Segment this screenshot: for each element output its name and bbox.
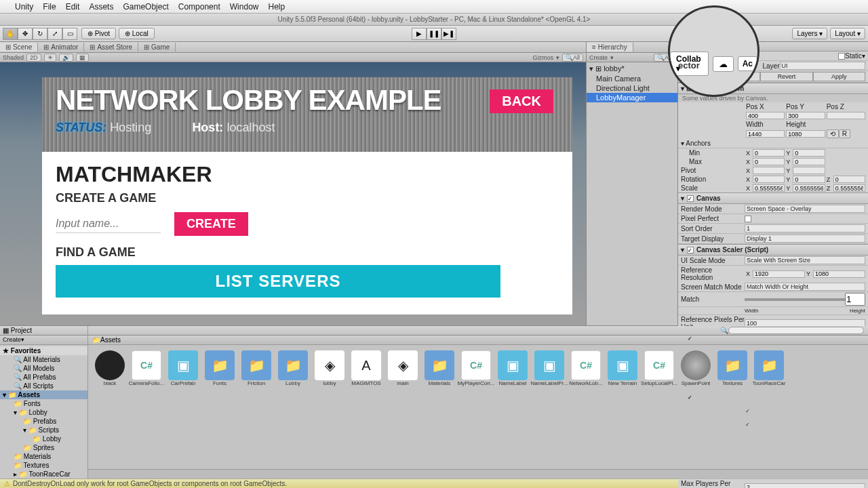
tab-project[interactable]: ▦ Project <box>3 327 32 334</box>
asset-item[interactable]: ▣CarPrefab <box>167 350 199 386</box>
prefab-apply[interactable]: Apply <box>813 72 865 81</box>
layer-dropdown[interactable]: UI <box>780 62 866 70</box>
menu-window[interactable]: Window <box>230 2 259 12</box>
screen-match-dropdown[interactable]: Match Width Or Height <box>745 283 865 291</box>
light-toggle[interactable]: ☀ <box>44 54 56 62</box>
rotate-tool[interactable]: ↻ <box>33 28 47 40</box>
asset-item[interactable]: 📁Fonts <box>203 350 236 386</box>
menu-help[interactable]: Help <box>268 2 285 12</box>
list-servers-button[interactable]: LIST SERVERS <box>56 265 500 298</box>
sort-order-field[interactable]: 1 <box>745 224 865 232</box>
asset-item[interactable]: ▣New Terrain <box>606 350 639 386</box>
scene-view[interactable]: NETWORK LOBBY EXAMPLE BACK STATUS: Hosti… <box>0 62 586 325</box>
game-name-input[interactable] <box>56 215 161 233</box>
step-button[interactable]: ▶❚ <box>441 28 456 40</box>
width-field[interactable] <box>746 130 785 138</box>
play-button[interactable]: ▶ <box>412 28 427 40</box>
breadcrumb[interactable]: 📁 Assets <box>88 336 868 345</box>
local-toggle[interactable]: ⊕ Local <box>119 28 155 39</box>
tab-asset-store[interactable]: ⊞ Asset Store <box>84 43 138 52</box>
asset-item[interactable]: C#SetupLocalPl... <box>643 350 675 386</box>
tree-item[interactable]: 📁 Materials <box>0 452 87 461</box>
tab-animator[interactable]: ⊞ Animator <box>38 43 84 52</box>
pixel-perfect-checkbox[interactable] <box>745 216 751 222</box>
asset-item[interactable]: 📁Materials <box>423 350 456 386</box>
asset-item[interactable]: 📁ToonRaceCar <box>753 350 785 386</box>
tab-hierarchy[interactable]: ≡ Hierarchy <box>587 43 633 52</box>
tree-fav-item[interactable]: 🔍 All Models <box>0 364 87 373</box>
asset-item[interactable]: 📁Lobby <box>277 350 309 386</box>
asset-item[interactable]: ◈main <box>387 350 419 386</box>
hierarchy-item-selected[interactable]: LobbyManager <box>587 93 677 102</box>
asset-item[interactable]: ▣NameLabelPr... <box>533 350 566 386</box>
tree-item[interactable]: 📁 Textures <box>0 461 87 470</box>
asset-item[interactable]: C#CameraFollo... <box>130 350 163 386</box>
menu-unity[interactable]: Unity <box>15 2 33 12</box>
tab-scene[interactable]: ⊞ Scene <box>0 43 38 52</box>
search-all[interactable]: 🔍All <box>562 54 583 62</box>
posz-field[interactable] <box>827 112 865 119</box>
tree-fav-item[interactable]: 🔍 All Scripts <box>0 382 87 390</box>
asset-item[interactable]: C#NetworkLob... <box>570 350 602 386</box>
tree-item[interactable]: ▾ 📁 Scripts <box>0 426 87 434</box>
asset-size-slider[interactable] <box>88 469 868 479</box>
assets-header[interactable]: ▾ 📁 Assets <box>0 390 87 399</box>
tree-item[interactable]: ▸ 📁 ToonRaceCar <box>0 470 87 479</box>
project-create[interactable]: Create <box>3 336 21 343</box>
tab-game[interactable]: ⊞ Game <box>138 43 176 52</box>
shaded-dropdown[interactable]: Shaded <box>3 54 24 61</box>
hierarchy-item[interactable]: Main Camera <box>587 74 677 83</box>
hierarchy-item[interactable]: Directional Light <box>587 83 677 93</box>
menu-gameobject[interactable]: GameObject <box>123 2 168 12</box>
prefab-revert[interactable]: Revert <box>760 72 812 81</box>
hierarchy-root[interactable]: ▾ ⊞ lobby* <box>587 64 677 74</box>
pivot-toggle[interactable]: ⊕ Pivot <box>81 28 116 39</box>
tree-item[interactable]: 📁 Sprites <box>0 443 87 452</box>
render-mode-dropdown[interactable]: Screen Space - Overlay <box>745 205 865 213</box>
tree-fav-item[interactable]: 🔍 All Materials <box>0 355 87 364</box>
scale-tool[interactable]: ⤢ <box>47 28 62 40</box>
create-button[interactable]: CREATE <box>174 212 248 236</box>
canvas-header[interactable]: ▾ Canvas <box>678 192 868 204</box>
max-ppc-field[interactable]: 2 <box>745 483 865 488</box>
menu-assets[interactable]: Assets <box>89 2 113 12</box>
audio-toggle[interactable]: 🔊 <box>59 54 73 62</box>
fx-toggle[interactable]: ▦ <box>76 54 89 62</box>
pause-button[interactable]: ❚❚ <box>427 28 441 40</box>
asset-item[interactable]: ▣NameLabel <box>496 350 529 386</box>
target-display-dropdown[interactable]: Display 1 <box>745 235 865 243</box>
refres-y[interactable] <box>813 270 865 278</box>
rect-tool[interactable]: ▭ <box>62 28 77 40</box>
asset-item[interactable]: SpawnPoint <box>679 350 712 386</box>
gizmos-dropdown[interactable]: Gizmos <box>532 54 553 61</box>
hierarchy-create[interactable]: Create <box>589 54 608 61</box>
static-checkbox[interactable] <box>838 53 845 60</box>
2d-toggle[interactable]: 2D <box>26 54 41 62</box>
cloud-button-magnified[interactable]: ☁ <box>713 56 734 72</box>
asset-item[interactable]: 📁Textures <box>716 350 749 386</box>
menu-component[interactable]: Component <box>178 2 220 12</box>
posx-field[interactable] <box>746 112 785 119</box>
tree-fav-item[interactable]: 🔍 All Prefabs <box>0 373 87 382</box>
ui-scale-mode-dropdown[interactable]: Scale With Screen Size <box>745 256 865 264</box>
menu-file[interactable]: File <box>43 2 56 12</box>
asset-item[interactable]: 📁Friction <box>240 350 273 386</box>
layers-dropdown[interactable]: Layers ▾ <box>792 28 827 39</box>
refres-x[interactable] <box>753 270 805 278</box>
tree-item[interactable]: 📁 Prefabs <box>0 417 87 426</box>
back-button[interactable]: BACK <box>490 89 553 113</box>
asset-item[interactable]: AMAGIMTOS <box>350 350 382 386</box>
menu-edit[interactable]: Edit <box>66 2 80 12</box>
favorites-header[interactable]: ★ Favorites <box>0 346 87 355</box>
tree-item[interactable]: 📁 Fonts <box>0 399 87 408</box>
posy-field[interactable] <box>786 112 825 119</box>
hand-tool[interactable]: ✋ <box>3 28 18 40</box>
move-tool[interactable]: ✥ <box>18 28 33 40</box>
match-field[interactable] <box>845 293 865 306</box>
account-button-magnified[interactable]: Ac <box>738 56 757 71</box>
asset-item[interactable]: C#MyPlayerCon... <box>460 350 492 386</box>
height-field[interactable] <box>786 130 825 138</box>
asset-item[interactable]: ◈lobby <box>313 350 346 386</box>
canvas-scaler-header[interactable]: ▾ Canvas Scaler (Script) <box>678 244 868 256</box>
asset-item[interactable]: black <box>94 350 126 386</box>
